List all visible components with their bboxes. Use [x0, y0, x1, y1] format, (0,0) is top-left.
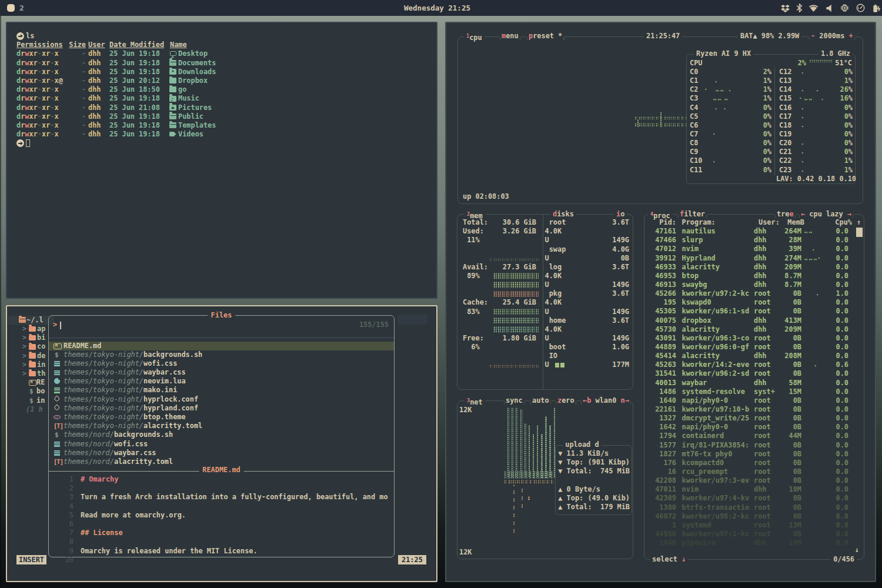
dropbox-icon[interactable] — [781, 4, 790, 12]
picker-item[interactable]: themes/tokyo-night/hyprlock.conf — [49, 395, 394, 404]
ls-name[interactable]: Videos — [178, 130, 203, 139]
tree-item-label[interactable]: ~/.l — [26, 316, 44, 325]
process-row[interactable]: 46933 alacritty dhh 209M 0.0 — [644, 263, 864, 272]
picker-item[interactable]: themes/nord/backgrounds.sh — [49, 430, 394, 439]
ls-name[interactable]: Documents — [178, 59, 216, 68]
picker-item[interactable]: themes/tokyo-night/waybar.css — [49, 368, 394, 377]
tree-item-label[interactable]: de — [37, 352, 45, 360]
tree-item[interactable]: > co — [7, 342, 54, 351]
cpu-tab[interactable]: 1cpu — [464, 32, 485, 42]
tree-item-label[interactable]: ap — [37, 325, 45, 333]
picker-item[interactable]: themes/tokyo-night/btop.theme — [49, 413, 394, 422]
chevron-right-icon[interactable]: > — [22, 360, 26, 369]
picker-item-name[interactable]: wofi.css — [143, 359, 177, 368]
tree-item-label[interactable]: in — [37, 360, 45, 369]
neovim-window[interactable]: ~/.l > ap > bi > — [6, 305, 437, 582]
interval-control[interactable]: - 2000ms + — [808, 32, 856, 41]
process-row[interactable]: 45414 alacritty dhh 208M 0.0 — [644, 352, 864, 360]
picker-item-name[interactable]: backgrounds.sh — [114, 430, 173, 439]
picker-item-name[interactable]: alacritty.toml — [143, 422, 202, 430]
process-row[interactable]: 45730 alacritty dhh 209M 0.0 — [644, 325, 864, 334]
process-row[interactable]: 47466 slurp dhh 28M 0.0 — [644, 236, 864, 245]
bluetooth-icon[interactable] — [797, 4, 802, 12]
process-row[interactable]: 1846 pipewire dhh 10M 0.0 — [644, 539, 864, 547]
process-row[interactable]: 44956 kworker/u97:1-kc root 0B 0.0 — [644, 530, 864, 539]
process-row[interactable]: 1577 irq/81-PIXA3854: root 0B 0.0 — [644, 441, 864, 450]
process-row[interactable]: 47161 nautilus dhh 264M ⠤⠤ 0.0 — [644, 227, 864, 236]
process-row[interactable]: 195 kswapd0 root 0B 0.0 — [644, 298, 864, 307]
tree-item[interactable]: in — [7, 396, 54, 405]
picker-item[interactable]: themes/tokyo-night/hyprland.conf — [49, 404, 394, 413]
process-row[interactable]: 16 rcu_preempt root 0B 0.0 — [644, 467, 864, 476]
process-row[interactable]: 40075 dropbox dhh 413M 0.0 — [644, 316, 864, 325]
net-sync-option[interactable]: sync — [503, 396, 525, 405]
picker-item[interactable]: themes/nord/wofi.css — [49, 440, 394, 449]
proc-header-pid[interactable]: Pid: — [644, 218, 676, 227]
tree-item-label[interactable]: bi — [37, 333, 45, 342]
picker-item-name[interactable]: waybar.css — [114, 449, 156, 457]
filter-button[interactable]: filter — [677, 210, 707, 219]
process-row[interactable]: 42309 kworker/u97:4-kv root 0B 0.0 — [644, 494, 864, 503]
tree-item-label[interactable]: (1 h — [26, 405, 43, 414]
disks-tab[interactable]: disks — [550, 210, 576, 219]
tree-toggle[interactable]: tree — [774, 210, 796, 219]
proc-scrollbar-thumb[interactable] — [856, 228, 863, 237]
tree-item-label[interactable]: th — [37, 369, 45, 378]
chevron-right-icon[interactable]: > — [22, 352, 26, 360]
chevron-right-icon[interactable]: > — [22, 325, 26, 333]
picker-item-name[interactable]: hyprlock.conf — [143, 395, 198, 403]
preset-button[interactable]: preset * — [526, 32, 564, 41]
tree-item[interactable]: > in — [7, 360, 54, 369]
tree-item-label[interactable]: co — [37, 342, 45, 351]
picker-item-name[interactable]: README.md — [64, 342, 101, 350]
proc-header-mem[interactable]: MemB — [771, 218, 804, 227]
process-row[interactable]: 42208 kworker/u97:3-ev root 0B 0.0 — [644, 476, 864, 485]
process-row[interactable]: 43091 kworker/u96:3-co root 0B 0.0 — [644, 334, 864, 343]
select-hint[interactable]: select ↓ — [650, 555, 688, 564]
wifi-icon[interactable] — [808, 4, 818, 12]
picker-item-name[interactable]: btop.theme — [143, 413, 186, 421]
menu-button[interactable]: menu — [499, 32, 521, 41]
process-row[interactable]: 1380 btrfs-transactio root 0B 0.0 — [644, 503, 864, 512]
tree-item[interactable]: (1 h — [7, 405, 54, 414]
picker-item-name[interactable]: alacritty.toml — [114, 457, 173, 466]
process-row[interactable]: 46953 btop dhh 8.7M 0.0 — [644, 272, 864, 280]
process-row[interactable]: 45263 kworker/14:2-eve root 0B ⠄ 0.6 — [644, 360, 864, 369]
picker-item[interactable]: README.md — [49, 342, 394, 350]
picker-item[interactable]: themes/nord/waybar.css — [49, 449, 394, 457]
tree-item[interactable]: > th — [7, 369, 54, 378]
net-zero-option[interactable]: zero — [555, 396, 577, 405]
ls-name[interactable]: Templates — [178, 121, 216, 130]
proc-header-cpu[interactable]: Cpu% — [813, 218, 852, 227]
process-row[interactable]: 45266 kworker/u97:2-kc root 0B ⠄ 1.0 — [644, 289, 864, 298]
picker-item-name[interactable]: hyprland.conf — [143, 404, 198, 412]
tree-item[interactable]: > de — [7, 352, 54, 360]
picker-item[interactable]: themes/tokyo-night/mako.ini — [49, 386, 394, 395]
picker-item-name[interactable]: neovim.lua — [143, 377, 186, 385]
picker-item[interactable]: themes/tokyo-night/wofi.css — [49, 359, 394, 368]
io-tab[interactable]: io — [614, 210, 627, 219]
picker-item[interactable]: themes/tokyo-night/alacritty.toml — [49, 422, 394, 430]
process-row[interactable]: 1794 containerd root 44M 0.0 — [644, 432, 864, 440]
picker-item[interactable]: themes/nord/alacritty.toml — [49, 457, 394, 466]
process-row[interactable]: 176 kcompactd0 root 0B 0.0 — [644, 459, 864, 467]
btop-window[interactable]: 1cpu menu preset * 21:25:47 BAT▲ 98% 2.9… — [445, 22, 876, 582]
ls-name[interactable]: Pictures — [178, 103, 212, 112]
process-row[interactable]: 1 systemd root 13M 0.0 — [644, 521, 864, 530]
net-auto-option[interactable]: auto — [530, 396, 552, 405]
process-row[interactable]: 1640 napi/phy0-0 root 0B 0.0 — [644, 396, 864, 405]
picker-input[interactable]: > 155/155 — [49, 320, 394, 330]
process-row[interactable]: 47011 nvim dhh 10M 0.0 — [644, 485, 864, 494]
picker-item-name[interactable]: waybar.css — [143, 368, 186, 376]
picker-item-name[interactable]: mako.ini — [143, 386, 177, 394]
ls-name[interactable]: Desktop — [178, 49, 208, 58]
tree-item-label[interactable]: RE — [36, 378, 45, 387]
process-row[interactable]: 40013 waybar dhh 58M 0.0 — [644, 379, 864, 387]
cpu-indicator-icon[interactable] — [840, 4, 849, 12]
process-row[interactable]: 45305 kworker/u96:1-sd root 0B 0.0 — [644, 307, 864, 316]
tree-item[interactable]: RE — [7, 378, 54, 387]
chevron-right-icon[interactable]: > — [22, 342, 26, 351]
process-row[interactable]: 44889 kworker/u96:0-gf root 0B 0.0 — [644, 343, 864, 352]
process-row[interactable]: 39912 Hyprland dhh 274M ⠤⠤⠤⠂ 0.0 — [644, 254, 864, 263]
process-row[interactable]: 1642 napi/phy0-0 root 0B 0.0 — [644, 423, 864, 432]
